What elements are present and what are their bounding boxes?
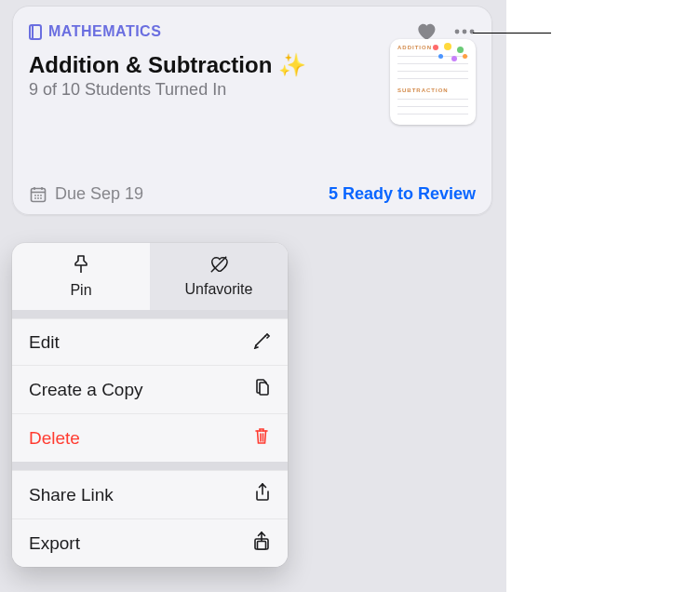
unfavorite-tab[interactable]: Unfavorite [150,243,288,310]
svg-point-10 [37,195,39,196]
pin-tab-label: Pin [70,282,91,299]
svg-point-11 [40,195,42,196]
edit-item[interactable]: Edit [12,318,288,365]
svg-point-14 [40,197,42,199]
context-menu: Pin Unfavorite Edit [12,243,288,567]
share-icon [254,482,271,507]
edit-label: Edit [29,332,60,353]
svg-point-13 [37,197,39,199]
svg-point-12 [34,197,36,199]
unfavorite-tab-label: Unfavorite [185,281,253,298]
due-date-text: Due Sep 19 [55,184,143,204]
create-copy-item[interactable]: Create a Copy [12,365,288,413]
calendar-icon [29,185,47,204]
heart-icon [417,22,438,41]
svg-point-2 [455,30,460,34]
ready-to-review-link[interactable]: 5 Ready to Review [329,184,476,204]
pin-icon [72,254,90,278]
share-link-label: Share Link [29,485,114,505]
pin-tab[interactable]: Pin [12,243,150,310]
svg-point-9 [34,195,36,196]
export-icon [252,531,271,556]
svg-point-3 [463,30,467,34]
class-label-text: MATHEMATICS [48,23,161,40]
svg-rect-21 [258,542,266,550]
delete-label: Delete [29,428,80,449]
delete-item[interactable]: Delete [12,413,288,462]
due-date: Due Sep 19 [29,184,143,204]
export-label: Export [29,533,80,554]
create-copy-label: Create a Copy [29,380,143,400]
svg-line-17 [256,336,265,345]
assignment-title: Addition & Subtraction ✨ [29,52,381,78]
class-label[interactable]: MATHEMATICS [29,23,161,40]
export-item[interactable]: Export [12,518,288,567]
svg-rect-0 [30,25,41,39]
heart-slash-icon [209,255,229,277]
assignment-subtitle: 9 of 10 Students Turned In [29,80,381,100]
trash-icon [252,425,271,451]
share-link-item[interactable]: Share Link [12,470,288,518]
callout-line [473,33,551,34]
pencil-icon [252,330,271,354]
more-icon [454,29,475,34]
copy-icon [252,377,271,402]
assignment-thumbnail[interactable]: ADDITION SUBTRACTION [390,39,476,125]
assignment-card: MATHEMATICS Addition & Subtraction ✨ 9 [12,6,492,215]
book-icon [29,24,43,40]
